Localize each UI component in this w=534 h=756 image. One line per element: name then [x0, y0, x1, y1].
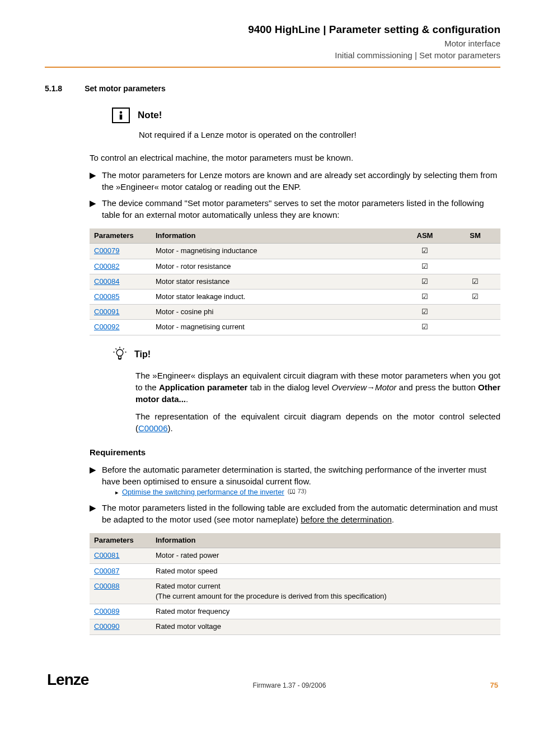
section-number: 5.1.8 — [45, 83, 62, 95]
page-ref: (🕮 73) — [288, 487, 307, 497]
bullet-text: The device command "Set motor parameters… — [102, 197, 500, 221]
cell-sm — [450, 244, 500, 259]
col-header: Information — [151, 228, 400, 244]
requirements-heading: Requirements — [90, 446, 500, 458]
table-row: C00082 Motor - rotor resistance ☑ — [90, 259, 500, 274]
cell-asm: ☑ — [400, 289, 450, 304]
cell-info: Motor - magnetising current — [151, 320, 400, 335]
table-row: C00091 Motor - cosine phi ☑ — [90, 305, 500, 320]
footer-center: Firmware 1.37 - 09/2006 — [253, 681, 326, 690]
bullet-mark-icon: ▶ — [90, 464, 97, 497]
cell-info: Rated motor frequency — [151, 604, 500, 619]
cell-info: Motor - rotor resistance — [151, 259, 400, 274]
svg-line-6 — [115, 348, 116, 349]
table-row: C00084 Motor stator resistance ☑ ☑ — [90, 274, 500, 289]
param-link[interactable]: C00091 — [94, 307, 120, 316]
req-link[interactable]: Optimise the switching performance of th… — [122, 487, 284, 497]
bullet-text: The motor parameters listed in the follo… — [102, 502, 500, 525]
param-link[interactable]: C00081 — [94, 551, 120, 559]
bullet-list-req: ▶ Before the automatic parameter determi… — [90, 464, 500, 525]
cell-info: Motor - magnetising inductance — [151, 244, 400, 259]
table-row: C00079 Motor - magnetising inductance ☑ — [90, 244, 500, 259]
tip-p1: The »Engineer« displays an equivalent ci… — [135, 370, 500, 405]
svg-line-7 — [123, 348, 124, 349]
param-link[interactable]: C00082 — [94, 262, 120, 270]
param-link[interactable]: C00092 — [94, 323, 120, 331]
section-title: Set motor parameters — [85, 83, 166, 95]
info-icon — [112, 108, 130, 123]
cell-info: Motor stator resistance — [151, 274, 400, 289]
tip-label: Tip! — [134, 348, 151, 361]
lightbulb-icon — [112, 346, 128, 365]
svg-rect-8 — [119, 356, 121, 358]
svg-point-2 — [116, 349, 123, 356]
note-text: Not required if a Lenze motor is operate… — [139, 129, 500, 141]
bullet-text: Before the automatic parameter determina… — [102, 464, 500, 497]
parameters-table-2: Parameters Information C00081 Motor - ra… — [90, 533, 500, 634]
cell-sm — [450, 259, 500, 274]
cell-info: Motor - cosine phi — [151, 305, 400, 320]
table-row: C00090 Rated motor voltage — [90, 619, 500, 634]
tip-link[interactable]: C00006 — [138, 423, 168, 433]
tip-block: Tip! The »Engineer« displays an equivale… — [112, 346, 500, 435]
header-sub1: Motor interface — [45, 38, 500, 49]
sub-bullet-icon: ▸ — [115, 487, 119, 497]
footer-page-number: 75 — [490, 680, 498, 690]
cell-asm: ☑ — [400, 305, 450, 320]
header-rule — [45, 67, 500, 68]
cell-info: Motor - rated power — [151, 548, 500, 563]
svg-rect-1 — [120, 115, 123, 120]
param-link[interactable]: C00085 — [94, 292, 120, 301]
bullet-mark-icon: ▶ — [90, 502, 97, 525]
col-header: Parameters — [90, 228, 151, 244]
svg-point-0 — [120, 111, 123, 114]
table-row: C00087 Rated motor speed — [90, 563, 500, 578]
header-sub2: Initial commissioning | Set motor parame… — [45, 49, 500, 61]
bullet-text: The motor parameters for Lenze motors ar… — [102, 169, 500, 193]
note-block: Note! Not required if a Lenze motor is o… — [112, 108, 500, 141]
header-title: 9400 HighLine | Parameter setting & conf… — [45, 22, 500, 38]
col-header: ASM — [400, 228, 450, 244]
cell-info: Rated motor current (The current amount … — [151, 578, 500, 604]
table-row: C00092 Motor - magnetising current ☑ — [90, 320, 500, 335]
param-link[interactable]: C00088 — [94, 582, 120, 590]
cell-asm: ☑ — [400, 259, 450, 274]
bullet-list-1: ▶ The motor parameters for Lenze motors … — [90, 169, 500, 221]
cell-info: Rated motor voltage — [151, 619, 500, 634]
cell-sm: ☑ — [450, 289, 500, 304]
table-row: C00088 Rated motor current (The current … — [90, 578, 500, 604]
bullet-mark-icon: ▶ — [90, 197, 97, 221]
intro-text: To control an electrical machine, the mo… — [90, 152, 500, 164]
table-row: C00081 Motor - rated power — [90, 548, 500, 563]
col-header: Information — [151, 533, 500, 548]
param-link[interactable]: C00090 — [94, 622, 120, 631]
cell-info: Rated motor speed — [151, 563, 500, 578]
page-header: 9400 HighLine | Parameter setting & conf… — [45, 22, 500, 61]
bullet-mark-icon: ▶ — [90, 169, 97, 193]
param-link[interactable]: C00089 — [94, 607, 120, 615]
parameters-table-1: Parameters Information ASM SM C00079 Mot… — [90, 228, 500, 335]
param-link[interactable]: C00087 — [94, 567, 120, 575]
cell-asm: ☑ — [400, 244, 450, 259]
tip-p2: The representation of the equivalent cir… — [135, 410, 500, 434]
cell-sm — [450, 305, 500, 320]
cell-asm: ☑ — [400, 274, 450, 289]
cell-sm: ☑ — [450, 274, 500, 289]
page-footer: Lenze Firmware 1.37 - 09/2006 75 — [45, 669, 500, 690]
table-row: C00085 Motor stator leakage induct. ☑ ☑ — [90, 289, 500, 304]
cell-asm: ☑ — [400, 320, 450, 335]
section-heading: 5.1.8 Set motor parameters — [45, 83, 500, 95]
param-link[interactable]: C00079 — [94, 246, 120, 255]
table-row: C00089 Rated motor frequency — [90, 604, 500, 619]
param-link[interactable]: C00084 — [94, 277, 120, 286]
col-header: SM — [450, 228, 500, 244]
note-label: Note! — [138, 109, 162, 122]
cell-info: Motor stator leakage induct. — [151, 289, 400, 304]
col-header: Parameters — [90, 533, 151, 548]
cell-sm — [450, 320, 500, 335]
logo: Lenze — [47, 669, 88, 690]
